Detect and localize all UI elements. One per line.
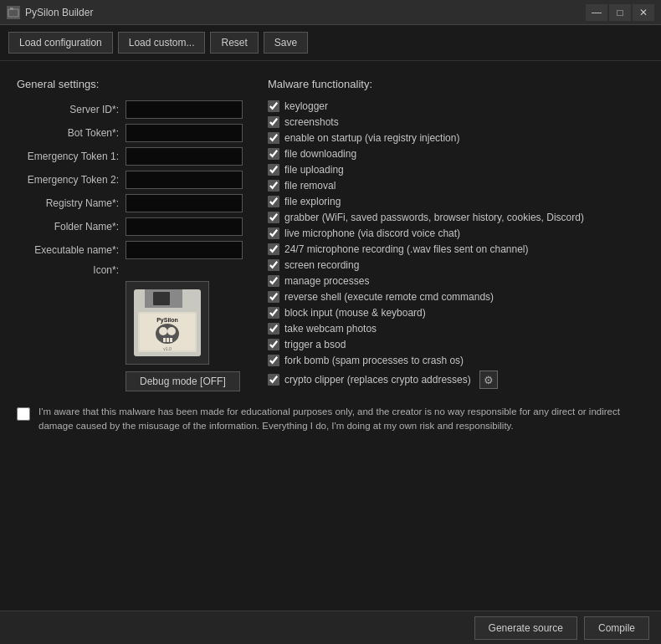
checkbox-9[interactable] xyxy=(268,243,279,255)
checkbox-3[interactable] xyxy=(268,148,279,160)
icon-label: Icon*: xyxy=(17,264,126,276)
checkbox-label-16: fork bomb (spam processes to crash os) xyxy=(284,355,464,366)
left-panel: General settings: Server ID*: Bot Token*… xyxy=(17,78,251,393)
checkbox-label-12: reverse shell (execute remote cmd comman… xyxy=(284,291,494,303)
checkbox-item-16: fork bomb (spam processes to crash os) xyxy=(268,355,644,366)
checkbox-7[interactable] xyxy=(268,212,279,223)
checkbox-label-1: screenshots xyxy=(284,116,339,128)
emergency-token-2-row: Emergency Token 2: xyxy=(17,171,251,189)
title-bar: PySilon Builder — □ ✕ xyxy=(0,0,661,25)
svg-text:v1.0: v1.0 xyxy=(163,346,172,351)
bot-token-label: Bot Token*: xyxy=(17,127,126,139)
registry-name-label: Registry Name*: xyxy=(17,197,126,209)
checkbox-14[interactable] xyxy=(268,323,279,335)
checkbox-label-4: file uploading xyxy=(284,164,344,176)
generate-source-button[interactable]: Generate source xyxy=(474,616,577,640)
toolbar: Load configuration Load custom... Reset … xyxy=(0,25,661,61)
svg-point-8 xyxy=(159,327,167,335)
disclaimer-area: I'm aware that this malware has been mad… xyxy=(17,405,644,434)
checkbox-item-13: block input (mouse & keyboard) xyxy=(268,307,644,319)
checkbox-item-12: reverse shell (execute remote cmd comman… xyxy=(268,291,644,303)
checkbox-label-6: file exploring xyxy=(284,196,341,207)
save-button[interactable]: Save xyxy=(264,32,308,54)
checkbox-item-1: screenshots xyxy=(268,116,644,128)
checkbox-label-8: live microphone (via discord voice chat) xyxy=(284,227,460,239)
svg-rect-1 xyxy=(10,8,13,10)
executable-name-label: Executable name*: xyxy=(17,244,126,256)
server-id-input[interactable] xyxy=(126,100,243,119)
svg-text:PySilon: PySilon xyxy=(156,317,178,324)
checkbox-13[interactable] xyxy=(268,307,279,319)
checkbox-label-15: trigger a bsod xyxy=(284,339,346,350)
compile-button[interactable]: Compile xyxy=(584,616,649,640)
emergency-token-1-input[interactable] xyxy=(126,147,243,166)
checkbox-item-4: file uploading xyxy=(268,164,644,176)
checkbox-12[interactable] xyxy=(268,291,279,303)
registry-name-row: Registry Name*: xyxy=(17,194,251,212)
checkbox-label-0: keylogger xyxy=(284,100,328,112)
checkbox-item-8: live microphone (via discord voice chat) xyxy=(268,227,644,239)
close-button[interactable]: ✕ xyxy=(633,4,654,21)
server-id-label: Server ID*: xyxy=(17,104,126,115)
general-settings-label: General settings: xyxy=(17,78,251,90)
checkbox-8[interactable] xyxy=(268,227,279,239)
debug-mode-button[interactable]: Debug mode [OFF] xyxy=(126,371,240,391)
checkbox-5[interactable] xyxy=(268,180,279,192)
svg-rect-11 xyxy=(163,338,166,342)
app-icon xyxy=(7,6,20,19)
svg-rect-4 xyxy=(153,292,170,305)
checkbox-16[interactable] xyxy=(268,355,279,366)
checkbox-item-0: keylogger xyxy=(268,100,644,112)
checkbox-label-10: screen recording xyxy=(284,259,359,271)
window-controls: — □ ✕ xyxy=(586,4,654,21)
checkbox-2[interactable] xyxy=(268,132,279,144)
checkbox-4[interactable] xyxy=(268,164,279,176)
checkbox-1[interactable] xyxy=(268,116,279,128)
svg-rect-0 xyxy=(8,9,18,17)
executable-name-row: Executable name*: xyxy=(17,241,251,259)
icon-preview[interactable]: PySilon v1.0 xyxy=(126,281,209,365)
disclaimer-checkbox[interactable] xyxy=(17,407,30,421)
load-config-button[interactable]: Load configuration xyxy=(8,32,113,54)
window-title: PySilon Builder xyxy=(25,7,586,18)
registry-name-input[interactable] xyxy=(126,194,243,212)
checkbox-label-13: block input (mouse & keyboard) xyxy=(284,307,426,319)
disclaimer-text: I'm aware that this malware has been mad… xyxy=(38,405,644,434)
checkbox-item-3: file downloading xyxy=(268,148,644,160)
right-panel: Malware functionality: keyloggerscreensh… xyxy=(268,78,644,393)
checkbox-item-15: trigger a bsod xyxy=(268,339,644,350)
checkbox-11[interactable] xyxy=(268,275,279,287)
checkbox-label-14: take webcam photos xyxy=(284,323,377,335)
reset-button[interactable]: Reset xyxy=(210,32,258,54)
checkbox-17[interactable] xyxy=(268,374,279,386)
svg-rect-12 xyxy=(167,338,169,342)
checkbox-label-2: enable on startup (via registry injectio… xyxy=(284,132,459,144)
checkbox-item-11: manage processes xyxy=(268,275,644,287)
checkbox-15[interactable] xyxy=(268,339,279,350)
load-custom-button[interactable]: Load custom... xyxy=(118,32,206,54)
emergency-token-2-input[interactable] xyxy=(126,171,243,189)
checkbox-item-17: crypto clipper (replaces crypto addresse… xyxy=(268,371,644,389)
gear-button-17[interactable]: ⚙ xyxy=(479,371,498,389)
svg-point-9 xyxy=(167,327,176,335)
bot-token-row: Bot Token*: xyxy=(17,124,251,142)
checkbox-item-14: take webcam photos xyxy=(268,323,644,335)
checkbox-item-2: enable on startup (via registry injectio… xyxy=(268,132,644,144)
checkbox-item-9: 24/7 microphone recording (.wav files se… xyxy=(268,243,644,255)
bot-token-input[interactable] xyxy=(126,124,243,142)
executable-name-input[interactable] xyxy=(126,241,243,259)
folder-name-label: Folder Name*: xyxy=(17,221,126,233)
checkbox-0[interactable] xyxy=(268,100,279,112)
checkbox-10[interactable] xyxy=(268,259,279,271)
folder-name-input[interactable] xyxy=(126,217,243,236)
folder-name-row: Folder Name*: xyxy=(17,217,251,236)
checkbox-label-5: file removal xyxy=(284,180,336,192)
emergency-token-1-row: Emergency Token 1: xyxy=(17,147,251,166)
checkbox-6[interactable] xyxy=(268,196,279,207)
minimize-button[interactable]: — xyxy=(586,4,607,21)
malware-functionality-label: Malware functionality: xyxy=(268,78,644,90)
maximize-button[interactable]: □ xyxy=(609,4,631,21)
checkbox-label-11: manage processes xyxy=(284,275,369,287)
icon-row: Icon*: xyxy=(17,264,251,276)
checkboxes-container: keyloggerscreenshotsenable on startup (v… xyxy=(268,100,644,389)
